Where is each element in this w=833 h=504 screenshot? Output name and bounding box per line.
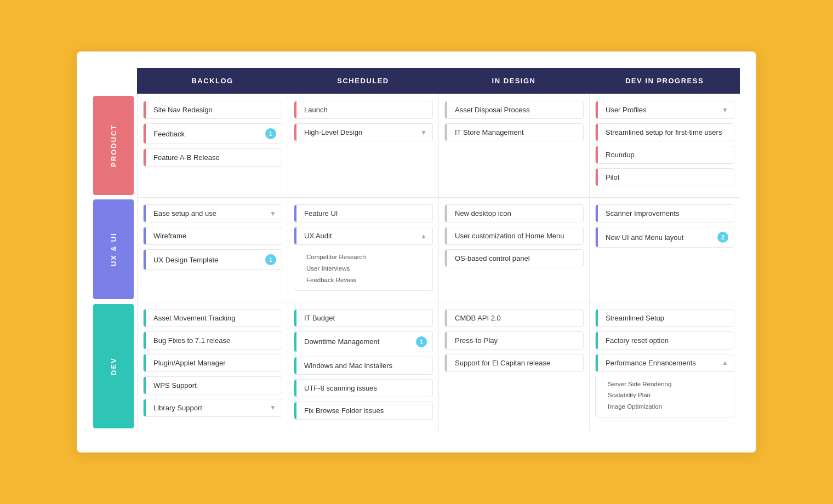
- board-rows: PRODUCTSite Nav RedesignFeedback1Feature…: [93, 94, 740, 430]
- list-item[interactable]: Factory reset option: [595, 331, 734, 350]
- cell-2-3: Streamlined SetupFactory reset optionPer…: [589, 302, 740, 431]
- card-text: User customization of Home Menu: [450, 232, 578, 240]
- row-product: PRODUCTSite Nav RedesignFeedback1Feature…: [93, 94, 740, 197]
- cell-2-0: Asset Movement TrackingBug Fixes to 7.1 …: [137, 302, 288, 431]
- list-item[interactable]: Fix Browse Folder issues: [294, 402, 433, 420]
- card-text: Windows and Mac installers: [300, 362, 427, 370]
- card-text: WPS Support: [149, 381, 276, 390]
- list-item[interactable]: Support for El Capitan release: [444, 354, 584, 372]
- list-item[interactable]: New desktop icon: [444, 204, 584, 222]
- header-spacer: [93, 68, 137, 94]
- list-item[interactable]: Launch: [294, 101, 433, 119]
- card-accent-bar: [144, 205, 146, 222]
- sub-card: Server Side RenderingScalability PlanIma…: [595, 376, 734, 417]
- card-text: Bug Fixes to 7.1 release: [149, 336, 276, 345]
- list-item[interactable]: Ease setup and use▼: [143, 204, 282, 222]
- sub-item: Scalability Plan: [608, 390, 728, 401]
- list-item[interactable]: User Profiles▼: [595, 101, 734, 119]
- sub-card: Competitor ResearchUser InterviewsFeedba…: [294, 249, 433, 290]
- list-item[interactable]: Pilot: [595, 168, 734, 186]
- card-accent-bar: [445, 124, 447, 141]
- list-item[interactable]: Performance Enhancements▲: [595, 354, 734, 372]
- card-text: Launch: [300, 106, 427, 114]
- list-item[interactable]: Asset Disposal Process: [444, 101, 584, 119]
- card-accent-bar: [596, 332, 598, 349]
- list-item[interactable]: Downtime Management1: [294, 331, 433, 352]
- list-item[interactable]: Feedback1: [143, 123, 282, 144]
- list-item[interactable]: Windows and Mac installers: [294, 357, 433, 375]
- list-item[interactable]: Press-to-Play: [444, 331, 584, 350]
- list-item[interactable]: Library Support▼: [143, 399, 282, 417]
- list-item[interactable]: Site Nav Redesign: [143, 101, 282, 119]
- chevron-down-icon: ▼: [420, 129, 427, 136]
- list-item[interactable]: Roundup: [595, 146, 734, 164]
- cell-2-2: CMDB API 2.0Press-to-PlaySupport for El …: [438, 302, 589, 431]
- list-item[interactable]: UX Audit▲: [294, 227, 433, 245]
- card-text: CMDB API 2.0: [450, 314, 578, 322]
- badge: 2: [717, 232, 728, 243]
- list-item[interactable]: Streamlined setup for first-time users: [595, 123, 734, 141]
- cell-1-2: New desktop iconUser customization of Ho…: [438, 197, 589, 301]
- card-accent-bar: [445, 250, 447, 267]
- list-item[interactable]: High-Level Design▼: [294, 123, 433, 141]
- card-accent-bar: [294, 101, 296, 118]
- list-item[interactable]: OS-based control panel: [444, 249, 584, 267]
- card-text: Streamlined Setup: [601, 314, 728, 322]
- list-item[interactable]: IT Budget: [294, 309, 433, 327]
- card-text: Plugin/Applet Manager: [149, 359, 276, 367]
- list-item[interactable]: Bug Fixes to 7.1 release: [143, 331, 282, 350]
- card-accent-bar: [144, 149, 146, 166]
- list-item[interactable]: Plugin/Applet Manager: [143, 354, 282, 372]
- card-text: Library Support: [149, 404, 267, 412]
- sub-item: Feedback Review: [306, 274, 427, 286]
- card-text: Feature UI: [300, 209, 427, 217]
- list-item[interactable]: IT Store Management: [444, 123, 584, 141]
- card-accent-bar: [144, 377, 146, 394]
- list-item[interactable]: Wireframe: [143, 227, 282, 245]
- card-text: Performance Enhancements: [601, 359, 720, 367]
- card-accent-bar: [596, 227, 598, 247]
- card-accent-bar: [596, 205, 598, 222]
- cell-2-1: IT BudgetDowntime Management1Windows and…: [288, 302, 438, 431]
- card-accent-bar: [294, 332, 296, 352]
- cell-1-1: Feature UIUX Audit▲Competitor ResearchUs…: [288, 197, 438, 301]
- list-item[interactable]: Feature A-B Release: [143, 148, 282, 167]
- card-accent-bar: [144, 332, 146, 349]
- list-item[interactable]: New UI and Menu layout2: [595, 227, 734, 248]
- cell-0-3: User Profiles▼Streamlined setup for firs…: [589, 94, 740, 197]
- list-item[interactable]: Feature UI: [294, 204, 433, 222]
- list-item[interactable]: WPS Support: [143, 376, 282, 394]
- card-text: Fix Browse Folder issues: [300, 406, 427, 415]
- cell-0-2: Asset Disposal ProcessIT Store Managemen…: [438, 94, 589, 197]
- list-item[interactable]: User customization of Home Menu: [444, 227, 584, 245]
- card-text: UX Audit: [300, 232, 418, 240]
- card-accent-bar: [294, 227, 296, 244]
- list-item[interactable]: CMDB API 2.0: [444, 309, 584, 327]
- card-accent-bar: [144, 227, 146, 244]
- row-label-2: DEV: [93, 304, 134, 428]
- chevron-down-icon: ▼: [270, 210, 276, 217]
- card-accent-bar: [294, 357, 296, 374]
- card-accent-bar: [596, 169, 598, 186]
- row-dev: DEVAsset Movement TrackingBug Fixes to 7…: [93, 302, 740, 431]
- row-label-0: PRODUCT: [93, 96, 134, 195]
- card-accent-bar: [294, 380, 296, 397]
- card-accent-bar: [445, 332, 447, 349]
- board-grid: BACKLOG SCHEDULED IN DESIGN DEV IN PROGR…: [93, 68, 740, 94]
- card-text: New desktop icon: [450, 209, 578, 217]
- list-item[interactable]: Asset Movement Tracking: [143, 309, 282, 327]
- board-container: BACKLOG SCHEDULED IN DESIGN DEV IN PROGR…: [77, 51, 756, 452]
- list-item[interactable]: UX Design Template1: [143, 249, 282, 270]
- card-accent-bar: [294, 310, 296, 327]
- card-accent-bar: [596, 310, 598, 327]
- card-text: Factory reset option: [601, 336, 728, 345]
- cell-1-3: Scanner ImprovementsNew UI and Menu layo…: [589, 197, 740, 301]
- chevron-down-icon: ▼: [270, 404, 276, 411]
- header-devinprogress: DEV IN PROGRESS: [589, 68, 740, 94]
- card-accent-bar: [445, 310, 447, 327]
- list-item[interactable]: UTF-8 scanning issues: [294, 379, 433, 397]
- card-accent-bar: [144, 399, 146, 416]
- list-item[interactable]: Streamlined Setup: [595, 309, 734, 327]
- sub-item: User Interviews: [306, 263, 427, 274]
- list-item[interactable]: Scanner Improvements: [595, 204, 734, 222]
